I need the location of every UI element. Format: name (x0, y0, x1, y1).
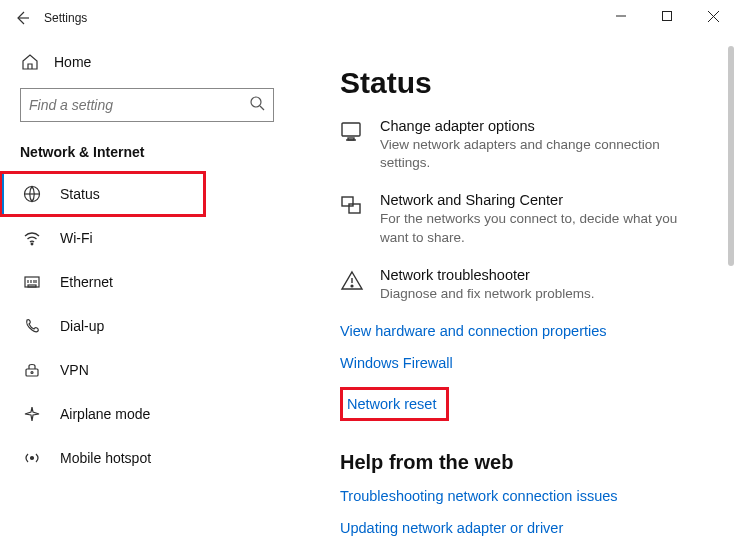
search-icon (249, 95, 265, 115)
sidebar-item-airplane[interactable]: Airplane mode (0, 392, 320, 436)
sidebar-item-label: Airplane mode (60, 406, 150, 422)
search-input[interactable] (20, 88, 274, 122)
sidebar-item-vpn[interactable]: VPN (0, 348, 320, 392)
svg-rect-1 (663, 12, 672, 21)
sidebar-item-status[interactable]: Status (0, 172, 205, 216)
sharing-icon (340, 194, 366, 220)
option-sharing[interactable]: Network and Sharing Center For the netwo… (340, 192, 736, 246)
main-content: Status Change adapter options View netwo… (320, 36, 736, 559)
option-desc: Diagnose and fix network problems. (380, 285, 595, 303)
globe-icon (22, 184, 42, 204)
wifi-icon (22, 228, 42, 248)
link-network-reset[interactable]: Network reset (347, 396, 436, 412)
option-title: Change adapter options (380, 118, 706, 134)
home-link[interactable]: Home (0, 44, 320, 80)
svg-point-23 (351, 285, 353, 287)
sidebar-item-label: VPN (60, 362, 89, 378)
option-desc: For the networks you connect to, decide … (380, 210, 706, 246)
home-icon (20, 52, 40, 72)
link-help-update-driver[interactable]: Updating network adapter or driver (340, 520, 736, 536)
minimize-button[interactable] (598, 0, 644, 32)
link-help-troubleshoot[interactable]: Troubleshooting network connection issue… (340, 488, 736, 504)
svg-point-15 (31, 372, 33, 374)
monitor-icon (340, 120, 366, 146)
sidebar: Home Network & Internet Status (0, 36, 320, 559)
ethernet-icon (22, 272, 42, 292)
page-title: Status (340, 66, 736, 100)
nav-group-title: Network & Internet (0, 134, 320, 172)
phone-icon (22, 316, 42, 336)
sidebar-item-dialup[interactable]: Dial-up (0, 304, 320, 348)
sidebar-item-label: Wi-Fi (60, 230, 93, 246)
option-desc: View network adapters and change connect… (380, 136, 706, 172)
scrollbar[interactable] (728, 46, 734, 266)
svg-point-4 (251, 97, 261, 107)
option-title: Network troubleshooter (380, 267, 595, 283)
option-troubleshooter[interactable]: Network troubleshooter Diagnose and fix … (340, 267, 736, 303)
svg-line-5 (260, 106, 264, 110)
sidebar-item-label: Mobile hotspot (60, 450, 151, 466)
home-label: Home (54, 54, 91, 70)
warning-icon (340, 269, 366, 295)
option-adapter[interactable]: Change adapter options View network adap… (340, 118, 736, 172)
svg-rect-17 (342, 123, 360, 136)
search-field[interactable] (29, 97, 249, 113)
window-controls (598, 0, 736, 32)
titlebar: Settings (0, 0, 736, 36)
sidebar-item-label: Status (60, 186, 100, 202)
maximize-button[interactable] (644, 0, 690, 32)
close-button[interactable] (690, 0, 736, 32)
link-firewall[interactable]: Windows Firewall (340, 355, 736, 371)
svg-point-16 (31, 457, 34, 460)
hotspot-icon (22, 448, 42, 468)
sidebar-item-wifi[interactable]: Wi-Fi (0, 216, 320, 260)
sidebar-item-hotspot[interactable]: Mobile hotspot (0, 436, 320, 480)
svg-point-7 (31, 243, 33, 245)
sidebar-item-label: Dial-up (60, 318, 104, 334)
vpn-icon (22, 360, 42, 380)
back-button[interactable] (2, 0, 42, 36)
help-section-title: Help from the web (340, 451, 736, 474)
option-title: Network and Sharing Center (380, 192, 706, 208)
sidebar-item-label: Ethernet (60, 274, 113, 290)
window-title: Settings (44, 11, 87, 25)
sidebar-item-ethernet[interactable]: Ethernet (0, 260, 320, 304)
airplane-icon (22, 404, 42, 424)
svg-rect-14 (26, 369, 38, 376)
svg-rect-9 (28, 285, 36, 287)
link-hardware-props[interactable]: View hardware and connection properties (340, 323, 736, 339)
